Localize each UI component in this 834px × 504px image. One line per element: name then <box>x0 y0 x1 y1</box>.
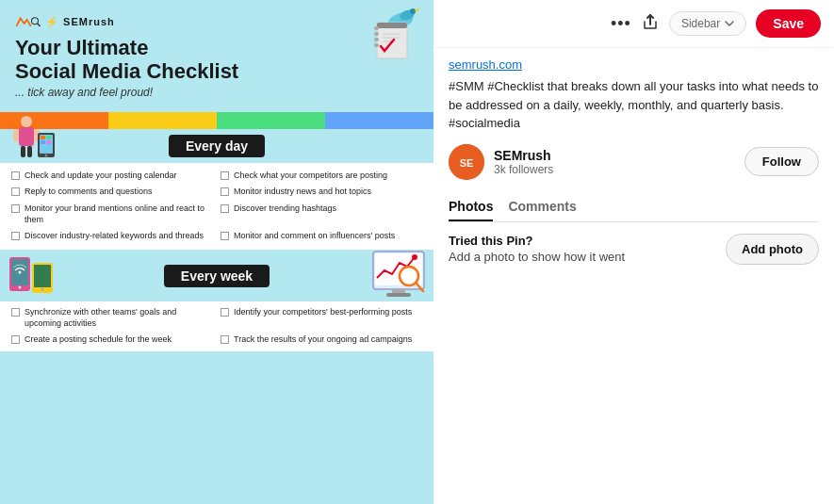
week-figures-left <box>8 250 83 302</box>
svg-point-0 <box>32 18 39 24</box>
weekly-item-2: Create a posting schedule for the week <box>11 333 213 348</box>
checkbox-6 <box>221 187 229 196</box>
sidebar-dropdown-label: Sidebar <box>681 17 720 30</box>
every-day-label: Every day <box>169 135 265 157</box>
tabs: Photos Comments <box>449 193 819 222</box>
daily-item-6: Monitor industry news and hot topics <box>221 185 422 200</box>
daily-checklist: Check and update your posting calendar C… <box>0 163 433 250</box>
author-details: SEMrush 3k followers <box>494 148 553 176</box>
daily-item-7: Discover trending hashtags <box>221 202 422 227</box>
weekly-item-4: Track the results of your ongoing ad cam… <box>221 333 422 348</box>
try-pin-section: Tried this Pin? Add a photo to show how … <box>449 234 819 267</box>
every-week-header: Every week <box>0 250 433 301</box>
checkbox-2 <box>11 187 20 196</box>
color-band <box>0 112 433 129</box>
daily-item-4: Discover industry-related keywords and t… <box>11 229 213 244</box>
every-week-label: Every week <box>164 265 270 287</box>
svg-rect-18 <box>21 146 25 157</box>
add-photo-button[interactable]: Add photo <box>726 234 819 265</box>
avatar: SE <box>449 144 484 180</box>
weekly-checkbox-2 <box>11 335 20 344</box>
content-area: semrush.com #SMM #Checklist that breaks … <box>433 48 834 275</box>
svg-point-38 <box>412 254 417 260</box>
author-name: SEMrush <box>494 148 553 163</box>
checkbox-7 <box>221 204 229 213</box>
daily-item-2: Reply to comments and questions <box>11 185 213 200</box>
infographic-panel: ⚡ SEMrush <box>0 0 433 504</box>
svg-rect-10 <box>374 26 379 30</box>
tab-comments[interactable]: Comments <box>508 193 576 221</box>
more-options-button[interactable]: ••• <box>611 14 631 34</box>
bird-decoration <box>349 4 424 69</box>
chevron-down-icon <box>725 21 734 26</box>
infographic-subtitle: ... tick away and feel proud! <box>15 86 418 99</box>
try-pin-subtitle: Add a photo to show how it went <box>449 248 625 267</box>
try-pin-title: Tried this Pin? <box>449 234 625 248</box>
author-row: SE SEMrush 3k followers Follow <box>449 144 819 180</box>
svg-rect-11 <box>374 32 379 36</box>
svg-rect-42 <box>386 293 411 297</box>
svg-point-4 <box>410 8 416 14</box>
weekly-checklist: Synchronize with other teams' goals and … <box>0 301 433 351</box>
infographic-header: ⚡ SEMrush <box>0 0 433 112</box>
author-info: SE SEMrush 3k followers <box>449 144 553 180</box>
logo-text: ⚡ SEMrush <box>45 16 115 28</box>
svg-rect-23 <box>41 136 45 139</box>
svg-rect-26 <box>46 140 51 144</box>
svg-rect-15 <box>19 127 34 146</box>
svg-point-35 <box>19 270 22 273</box>
svg-point-22 <box>45 154 48 156</box>
weekly-item-3: Identify your competitors' best-performi… <box>221 305 422 331</box>
daily-item-5: Check what your competitors are posting <box>221 169 422 184</box>
checkbox-8 <box>221 232 229 240</box>
svg-rect-6 <box>377 23 407 28</box>
svg-rect-24 <box>46 136 51 139</box>
description-text: #SMM #Checklist that breaks down all you… <box>449 77 819 133</box>
try-pin-content: Tried this Pin? Add a photo to show how … <box>449 234 625 267</box>
svg-rect-25 <box>41 140 45 144</box>
every-day-header: Every day <box>0 129 433 163</box>
svg-rect-12 <box>374 38 379 41</box>
svg-rect-41 <box>392 289 405 293</box>
sidebar-dropdown[interactable]: Sidebar <box>669 11 746 36</box>
checkbox-1 <box>11 171 20 180</box>
svg-rect-33 <box>34 265 51 287</box>
daily-item-3: Monitor your brand mentions online and r… <box>11 202 213 227</box>
checkbox-4 <box>11 232 20 240</box>
author-followers: 3k followers <box>494 163 553 176</box>
share-button[interactable] <box>641 12 660 35</box>
svg-rect-13 <box>374 43 379 47</box>
checkbox-3 <box>11 204 20 213</box>
follow-button[interactable]: Follow <box>744 147 819 176</box>
toolbar: ••• Sidebar Save <box>433 0 834 48</box>
checkbox-5 <box>221 171 229 180</box>
site-link[interactable]: semrush.com <box>449 57 819 72</box>
right-panel: ••• Sidebar Save semrush.com #SMM #Check… <box>433 0 834 504</box>
svg-point-34 <box>41 287 44 290</box>
tab-photos[interactable]: Photos <box>449 193 493 221</box>
weekly-checkbox-4 <box>221 335 229 344</box>
daily-item-1: Check and update your posting calendar <box>11 169 213 184</box>
weekly-checkbox-1 <box>11 308 20 317</box>
week-figures-right <box>371 250 426 302</box>
save-button[interactable]: Save <box>756 9 821 38</box>
svg-text:SE: SE <box>460 157 474 169</box>
svg-rect-16 <box>13 129 19 142</box>
svg-point-14 <box>21 116 32 127</box>
every-week-section: Every week <box>0 250 433 351</box>
daily-item-8: Monitor and comment on influencers' post… <box>221 229 422 244</box>
svg-rect-19 <box>27 146 32 157</box>
weekly-item-1: Synchronize with other teams' goals and … <box>11 305 213 331</box>
svg-line-1 <box>38 24 41 26</box>
svg-point-30 <box>19 285 22 288</box>
weekly-checkbox-3 <box>221 308 229 317</box>
